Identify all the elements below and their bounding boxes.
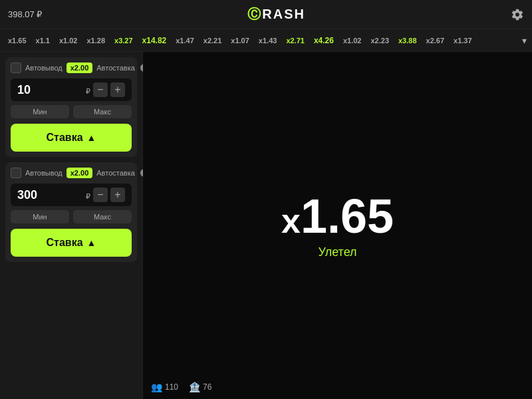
bet-panel-1: Автовывод x2.00 Автоставка 10 ₽ − + Мин … — [5, 57, 137, 157]
players-stat: 👥 110 — [151, 382, 178, 392]
min-button-1[interactable]: Мин — [11, 105, 69, 118]
auto-withdraw-checkbox-1[interactable] — [11, 63, 21, 73]
minus-button-2[interactable]: − — [93, 188, 108, 202]
amount-currency-2: ₽ — [86, 192, 90, 201]
history-item[interactable]: x2.23 — [368, 35, 392, 46]
bet-panel-2: Автовывод x2.00 Автоставка 300 ₽ − + Мин… — [5, 162, 137, 262]
history-item[interactable]: x3.27 — [112, 35, 136, 46]
settings-icon[interactable] — [511, 8, 524, 21]
main-layout: Автовывод x2.00 Автоставка 10 ₽ − + Мин … — [0, 52, 532, 399]
history-item[interactable]: x2.21 — [201, 35, 225, 46]
bet-button-1[interactable]: Ставка ▲ — [11, 124, 132, 152]
plus-button-2[interactable]: + — [110, 188, 125, 202]
autostavka-label-1: Автоставка — [96, 64, 135, 72]
multiplier-prefix: x — [281, 201, 301, 240]
history-item[interactable]: x14.82 — [140, 35, 170, 47]
auto-withdraw-label-2: Автовывод — [25, 169, 63, 177]
max-button-2[interactable]: Макс — [73, 210, 132, 223]
balance-display: 398.07 ₽ — [8, 9, 42, 19]
history-item[interactable]: x1.02 — [57, 35, 80, 46]
history-item[interactable]: x1.02 — [340, 35, 364, 46]
history-bar: x1.65x1.1x1.02x1.28x3.27x14.82x1.47x2.21… — [0, 29, 532, 52]
header: 398.07 ₽ ⒸRASH — [0, 0, 532, 29]
multiplier-badge-1[interactable]: x2.00 — [66, 63, 93, 73]
history-item[interactable]: x1.07 — [228, 35, 252, 46]
amount-row-2: 300 ₽ − + — [11, 184, 132, 206]
left-panel: Автовывод x2.00 Автоставка 10 ₽ − + Мин … — [0, 52, 143, 399]
crash-multiplier: x1.65 — [281, 192, 394, 240]
bets-stat: 🏦 76 — [189, 382, 211, 392]
history-item[interactable]: x1.47 — [173, 35, 197, 46]
history-item[interactable]: x1.1 — [33, 35, 53, 46]
minus-button-1[interactable]: − — [93, 82, 108, 97]
amount-row-1: 10 ₽ − + — [11, 78, 132, 101]
title-rash: RASH — [262, 7, 305, 21]
bets-icon: 🏦 — [189, 382, 200, 392]
players-icon: 👥 — [151, 382, 162, 392]
auto-withdraw-checkbox-2[interactable] — [11, 168, 21, 178]
min-max-row-1: Мин Макс — [11, 105, 132, 118]
bet-arrow-icon-2: ▲ — [87, 237, 96, 248]
multiplier-value: 1.65 — [301, 190, 394, 243]
history-item[interactable]: x2.71 — [283, 35, 307, 46]
app-title: ⒸRASH — [247, 5, 305, 23]
history-item[interactable]: x4.26 — [311, 35, 336, 47]
autostavka-label-2: Автоставка — [96, 169, 135, 177]
amount-value-2: 300 — [17, 188, 84, 202]
bet-button-2[interactable]: Ставка ▲ — [11, 229, 132, 257]
game-area: x1.65 Улетел 👥 110 🏦 76 — [143, 52, 532, 399]
min-button-2[interactable]: Мин — [11, 210, 69, 223]
plus-button-1[interactable]: + — [110, 82, 125, 97]
bottom-stats: 👥 110 🏦 76 — [151, 382, 211, 392]
title-c: Ⓒ — [247, 7, 262, 21]
history-item[interactable]: x1.65 — [5, 35, 29, 46]
min-max-row-2: Мин Макс — [11, 210, 132, 223]
bets-count: 76 — [203, 382, 211, 392]
history-item[interactable]: x1.28 — [84, 35, 108, 46]
players-count: 110 — [165, 382, 178, 392]
multiplier-badge-2[interactable]: x2.00 — [66, 168, 93, 178]
amount-value-1: 10 — [17, 83, 84, 97]
max-button-1[interactable]: Макс — [73, 105, 132, 118]
history-item[interactable]: x1.43 — [256, 35, 280, 46]
auto-withdraw-label-1: Автовывод — [25, 64, 63, 72]
history-item[interactable]: x1.37 — [451, 35, 475, 46]
amount-currency-1: ₽ — [86, 87, 90, 96]
history-item[interactable]: x3.88 — [396, 35, 420, 46]
history-item[interactable]: x2.67 — [424, 35, 448, 46]
bet-arrow-icon-1: ▲ — [87, 132, 96, 143]
crash-label: Улетел — [318, 245, 356, 259]
history-dropdown[interactable]: ▾ — [522, 35, 527, 46]
